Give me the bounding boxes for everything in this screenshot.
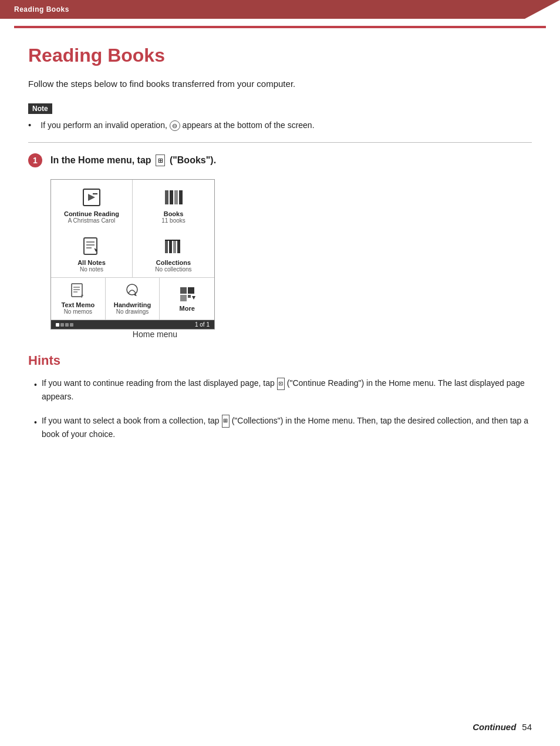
home-menu-cell-more: More (160, 278, 214, 320)
handwriting-icon (124, 283, 140, 299)
invalid-op-icon: ⊖ (170, 120, 180, 131)
books-label: Books (164, 210, 184, 217)
page-footer: Continued 54 (473, 722, 532, 732)
svg-rect-22 (180, 287, 187, 294)
all-notes-icon (81, 236, 102, 257)
step-1-circle: 1 (28, 153, 42, 167)
more-label: More (180, 305, 195, 312)
note-label: Note (28, 103, 52, 114)
home-menu-cell-continue-reading: Continue Reading A Christmas Carol (51, 180, 133, 228)
collections-hint-icon: ⊞ (222, 415, 230, 427)
books-icon (163, 187, 184, 208)
page-title: Reading Books (28, 45, 532, 66)
intro-text: Follow the steps below to find books tra… (28, 77, 532, 91)
svg-rect-4 (170, 190, 173, 204)
step-1-row: 1 In the Home menu, tap ⊞ ("Books"). (28, 153, 532, 167)
home-menu-image: Continue Reading A Christmas Carol Books… (50, 179, 532, 339)
continue-reading-icon (81, 187, 102, 208)
collections-icon (163, 236, 184, 257)
collections-label: Collections (156, 259, 191, 266)
section-divider (28, 142, 532, 143)
hints-title: Hints (28, 353, 532, 368)
svg-rect-5 (174, 190, 178, 204)
hint-2-bullet: • (34, 416, 37, 429)
svg-rect-13 (173, 240, 176, 253)
dot-2 (60, 323, 64, 327)
home-menu-cell-books: Books 11 books (133, 180, 214, 228)
svg-rect-11 (165, 240, 168, 253)
dot-3 (65, 323, 69, 327)
home-menu-cell-handwriting: Handwriting No drawings (106, 278, 160, 320)
books-home-icon: ⊞ (156, 154, 165, 166)
dot-4 (70, 323, 73, 327)
header-title: Reading Books (14, 5, 69, 14)
footer-page-indicator: 1 of 1 (195, 321, 210, 328)
svg-rect-7 (84, 238, 97, 254)
note-content: • If you perform an invalid operation, ⊖… (28, 119, 532, 132)
home-menu-caption: Home menu (73, 330, 237, 339)
hint-1-text: If you want to continue reading from the… (42, 377, 532, 403)
home-menu-box: Continue Reading A Christmas Carol Books… (50, 179, 215, 330)
home-menu-cell-text-memo: T Text Memo No memos (51, 278, 106, 320)
svg-rect-12 (169, 240, 172, 253)
continue-reading-label: Continue Reading (64, 210, 119, 217)
footer-continued: Continued (473, 722, 516, 732)
svg-rect-25 (188, 295, 191, 298)
svg-rect-23 (188, 287, 194, 294)
note-bullet-dot: • (28, 120, 31, 130)
step-1-text: In the Home menu, tap ⊞ ("Books"). (50, 154, 216, 166)
hint-2: • If you want to select a book from a co… (34, 414, 532, 441)
all-notes-label: All Notes (77, 259, 106, 266)
hint-1: • If you want to continue reading from t… (34, 377, 532, 403)
more-icon (179, 286, 195, 303)
dot-1 (56, 323, 59, 327)
main-content: Reading Books Follow the steps below to … (0, 28, 560, 486)
home-menu-bottom: T Text Memo No memos Handwriting No draw… (51, 278, 214, 320)
home-menu-footer: 1 of 1 (51, 320, 214, 329)
hints-list: • If you want to continue reading from t… (28, 377, 532, 441)
header-bar: Reading Books (0, 0, 560, 19)
collections-sub: No collections (155, 266, 191, 273)
continue-reading-hint-icon: ⊡ (277, 378, 285, 390)
text-memo-icon: T (70, 283, 86, 299)
footer-page-number: 54 (522, 722, 532, 732)
hint-2-text: If you want to select a book from a coll… (42, 414, 532, 441)
continue-reading-sub: A Christmas Carol (68, 217, 116, 224)
svg-marker-1 (88, 194, 95, 201)
text-memo-sub: No memos (64, 308, 92, 315)
svg-rect-14 (177, 240, 180, 253)
svg-rect-24 (180, 295, 187, 301)
note-text: If you perform an invalid operation, ⊖ a… (35, 119, 314, 132)
svg-rect-6 (179, 190, 183, 204)
svg-point-21 (127, 284, 137, 295)
home-menu-cell-all-notes: All Notes No notes (51, 228, 133, 277)
hints-section: Hints • If you want to continue reading … (28, 353, 532, 441)
all-notes-sub: No notes (80, 266, 103, 273)
footer-dots (56, 323, 73, 327)
svg-rect-3 (165, 190, 168, 204)
handwriting-label: Handwriting (114, 301, 151, 308)
books-sub: 11 books (161, 217, 185, 224)
home-menu-grid: Continue Reading A Christmas Carol Books… (51, 180, 214, 278)
hint-1-bullet: • (34, 378, 37, 391)
text-memo-label: Text Memo (62, 301, 95, 308)
svg-marker-26 (192, 296, 195, 300)
handwriting-sub: No drawings (116, 308, 149, 315)
note-box: Note • If you perform an invalid operati… (28, 103, 532, 132)
home-menu-cell-collections: Collections No collections (133, 228, 214, 277)
svg-text:T: T (80, 294, 84, 299)
